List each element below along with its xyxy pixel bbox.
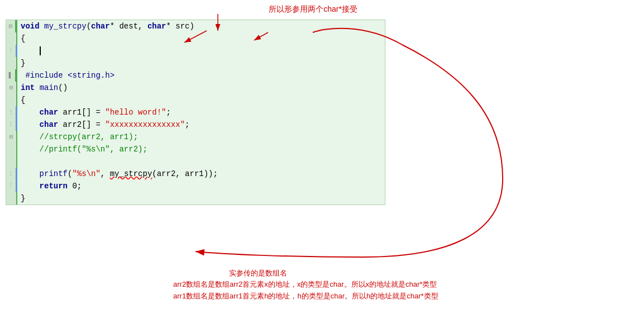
str-fmt: "%s\n" [72,169,100,178]
fn-printf: printf [40,169,68,178]
code-line-14: ⋮ return 0; [6,180,385,192]
code-content-8: char arr1[] = "hello word!"; [17,106,385,118]
include-string: #include <string.h> [21,71,115,80]
code-line-13: ⋮ printf("%s\n", my_strcpy(arr2, arr1)); [6,168,385,180]
code-line-8: ⋮ char arr1[] = "hello word!"; [6,106,385,118]
main-container: 所以形参用两个char*接受 ⊟ void my_strcpy(char* de… [0,0,644,318]
str-xxx: "xxxxxxxxxxxxxxx" [105,120,185,129]
code-content-4: } [17,57,385,69]
code-content-1: void my_strcpy(char* dest, char* src) [17,20,385,32]
code-line-3: ⋮ [6,45,385,57]
code-content-3 [17,45,385,57]
kw-char3: char [40,108,59,117]
kw-return: return [40,182,68,191]
cursor [40,46,41,55]
code-line-6: ⊟ int main() [6,82,385,94]
code-content-11: //printf("%s\n", arr2); [17,143,385,155]
fn-mystrcpy2: my_strcpy [110,169,152,178]
gutter-9: ⋮ [6,118,17,131]
gutter-15 [6,192,17,205]
fn-mystrcpy: my_strcpy [44,22,87,31]
gutter-1: ⊟ [6,20,17,32]
gutter-6: ⊟ [6,82,17,94]
code-content-5: #include <string.h> [17,69,385,82]
code-line-11: //printf("%s\n", arr2); [6,143,385,155]
kw-char4: char [40,120,59,129]
code-content-9: char arr2[] = "xxxxxxxxxxxxxxx"; [17,118,385,131]
comment-strcpy: //strcpy(arr2, arr1); [40,132,138,141]
code-line-4: } [6,57,385,69]
kw-void: void [21,22,40,31]
kw-char2: char [147,22,166,31]
gutter-5: ▌ [6,69,17,82]
code-content-7: { [17,94,385,106]
code-panel: ⊟ void my_strcpy(char* dest, char* src) … [6,20,385,205]
code-content-10: //strcpy(arr2, arr1); [17,131,385,143]
gutter-13: ⋮ [6,168,17,180]
code-line-15: } [6,192,385,205]
gutter-12 [6,155,17,168]
top-annotation: 所以形参用两个char*接受 [269,4,357,15]
fn-main: main [40,83,59,92]
gutter-10: ⊟ [6,131,17,143]
code-line-9: ⋮ char arr2[] = "xxxxxxxxxxxxxxx"; [6,118,385,131]
code-content-12 [17,155,385,168]
code-line-1: ⊟ void my_strcpy(char* dest, char* src) [6,20,385,32]
code-line-5: ▌ #include <string.h> [6,69,385,82]
code-line-10: ⊟ //strcpy(arr2, arr1); [6,131,385,143]
bottom-annotation: 实参传的是数组名 arr2数组名是数组arr2首元素x的地址，x的类型是char… [173,268,438,302]
annotation-line1: arr2数组名是数组arr2首元素x的地址，x的类型是char。所以x的地址就是… [173,279,438,291]
code-content-15: } [17,192,385,205]
annotation-line2: arr1数组名是数组arr1首元素h的地址，h的类型是char。所以h的地址就是… [173,291,438,302]
str-hello: "hello word!" [105,108,166,117]
gutter-2 [6,32,17,45]
code-line-7: { [6,94,385,106]
code-content-6: int main() [17,82,385,94]
code-content-13: printf("%s\n", my_strcpy(arr2, arr1)); [17,168,385,180]
gutter-4 [6,57,17,69]
code-line-2: { [6,32,385,45]
annotation-line0: 实参传的是数组名 [229,268,438,279]
code-content-2: { [17,32,385,45]
gutter-11 [6,143,17,155]
gutter-3: ⋮ [6,45,17,57]
code-content-14: return 0; [17,180,385,192]
gutter-8: ⋮ [6,106,17,118]
gutter-14: ⋮ [6,180,17,192]
gutter-7 [6,94,17,106]
kw-int: int [21,83,35,92]
code-line-12 [6,155,385,168]
kw-char1: char [91,22,110,31]
comment-printf: //printf("%s\n", arr2); [40,145,147,154]
